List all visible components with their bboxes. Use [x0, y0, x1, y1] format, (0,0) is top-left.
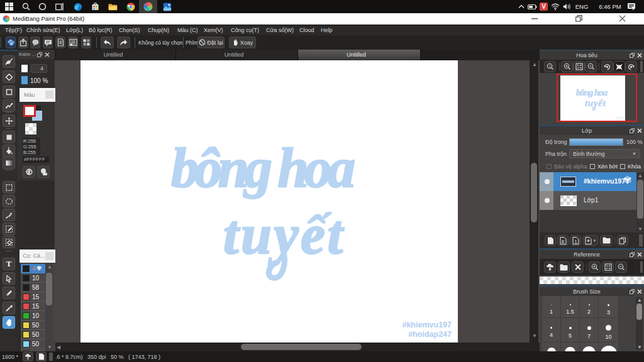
svg-text:1: 1	[548, 64, 551, 68]
svg-text:1: 1	[574, 239, 577, 243]
svg-text:8: 8	[562, 239, 564, 243]
